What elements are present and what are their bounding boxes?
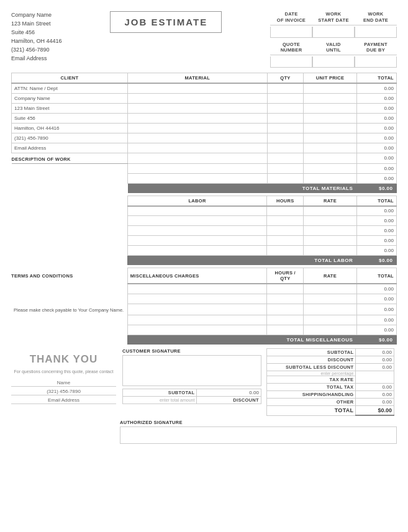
s-shipping-row: SHIPPING/HANDLING 0.00 bbox=[266, 391, 394, 399]
s-subtotal-less-value: 0.00 bbox=[356, 364, 394, 371]
desc-area-2[interactable] bbox=[12, 173, 128, 183]
client-email: Email Address bbox=[12, 143, 128, 153]
thankyou-heading: THANK YOU bbox=[11, 353, 116, 366]
labor-rate-4[interactable] bbox=[304, 236, 357, 246]
labor-desc-3[interactable] bbox=[127, 226, 267, 236]
labor-rate-2[interactable] bbox=[304, 216, 357, 226]
qty-row-9[interactable] bbox=[267, 163, 304, 173]
labor-row-3: 0.00 bbox=[11, 226, 397, 236]
col-hours: HOURS bbox=[267, 196, 304, 206]
labor-hours-3[interactable] bbox=[267, 226, 304, 236]
qty-row-10[interactable] bbox=[267, 173, 304, 183]
qty-row-1[interactable] bbox=[267, 83, 304, 93]
labor-desc-5[interactable] bbox=[127, 246, 267, 256]
labor-hours-5[interactable] bbox=[267, 246, 304, 256]
total-row-10: 0.00 bbox=[356, 173, 396, 183]
misc-hq-1[interactable] bbox=[267, 284, 304, 294]
labor-table: LABOR HOURS RATE TOTAL 0.00 0.00 bbox=[11, 196, 397, 266]
summary-table: SUBTOTAL 0.00 enter total amount DISCOUN… bbox=[122, 389, 261, 404]
auth-sig-label: AUTHORIZED SIGNATURE bbox=[120, 420, 397, 425]
qty-row-5[interactable] bbox=[267, 123, 304, 133]
qty-row-4[interactable] bbox=[267, 113, 304, 123]
quote-number-input[interactable] bbox=[270, 56, 312, 68]
material-row-6[interactable] bbox=[128, 133, 267, 143]
unit-price-row-9[interactable] bbox=[304, 163, 357, 173]
misc-desc-2[interactable] bbox=[127, 294, 267, 304]
column-header-row: CLIENT MATERIAL QTY UNIT PRICE TOTAL bbox=[12, 73, 397, 84]
labor-desc-1[interactable] bbox=[127, 206, 267, 216]
qty-row-2[interactable] bbox=[267, 93, 304, 103]
misc-row-2: 0.00 bbox=[11, 294, 397, 304]
unit-price-row-10[interactable] bbox=[304, 173, 357, 183]
total-materials-left bbox=[12, 183, 128, 193]
qty-row-7[interactable] bbox=[267, 143, 304, 153]
col-total: TOTAL bbox=[356, 73, 396, 84]
unit-price-row-6[interactable] bbox=[304, 133, 357, 143]
labor-left-4 bbox=[11, 236, 127, 246]
client-attn-row: ATTN: Name / Dept 0.00 bbox=[12, 83, 397, 93]
desc-area-1[interactable] bbox=[12, 163, 128, 173]
material-row-7[interactable] bbox=[128, 143, 267, 153]
sig-summary-section: CUSTOMER SIGNATURE SUBTOTAL 0.00 bbox=[120, 347, 397, 444]
material-row-10[interactable] bbox=[128, 173, 267, 183]
misc-rate-4[interactable] bbox=[304, 315, 357, 325]
payment-due-by-input[interactable] bbox=[355, 56, 397, 68]
work-start-date-input[interactable] bbox=[312, 27, 355, 38]
unit-price-row-4[interactable] bbox=[304, 113, 357, 123]
misc-hq-3[interactable] bbox=[267, 304, 304, 315]
unit-price-row-5[interactable] bbox=[304, 123, 357, 133]
terms-left-1 bbox=[11, 284, 127, 294]
misc-rate-2[interactable] bbox=[304, 294, 357, 304]
labor-desc-2[interactable] bbox=[127, 216, 267, 226]
material-row-1[interactable] bbox=[128, 83, 267, 93]
total-misc-label: TOTAL MISCELLANEOUS bbox=[127, 335, 356, 345]
col-total-labor: TOTAL bbox=[356, 196, 396, 206]
material-row-4[interactable] bbox=[128, 113, 267, 123]
header: Company Name 123 Main Street Suite 456 H… bbox=[11, 11, 397, 68]
discount-placeholder: enter total amount bbox=[123, 397, 197, 404]
labor-hours-4[interactable] bbox=[267, 236, 304, 246]
misc-desc-3[interactable] bbox=[127, 304, 267, 315]
material-row-3[interactable] bbox=[128, 103, 267, 113]
material-row-9[interactable] bbox=[128, 163, 267, 173]
material-row-2[interactable] bbox=[128, 93, 267, 103]
material-row-5[interactable] bbox=[128, 123, 267, 133]
total-row-4: 0.00 bbox=[356, 113, 396, 123]
company-phone: (321) 456-7890 bbox=[11, 46, 62, 55]
unit-price-row-8[interactable] bbox=[304, 153, 357, 163]
unit-price-row-2[interactable] bbox=[304, 93, 357, 103]
valid-until-input[interactable] bbox=[312, 56, 355, 68]
misc-hq-4[interactable] bbox=[267, 315, 304, 325]
material-row-8[interactable] bbox=[128, 153, 267, 163]
misc-desc-1[interactable] bbox=[127, 284, 267, 294]
labor-hours-2[interactable] bbox=[267, 216, 304, 226]
date-of-invoice-input[interactable] bbox=[270, 27, 312, 38]
misc-hq-5[interactable] bbox=[267, 325, 304, 335]
misc-rate-1[interactable] bbox=[304, 284, 357, 294]
unit-price-row-7[interactable] bbox=[304, 143, 357, 153]
unit-price-row-1[interactable] bbox=[304, 83, 357, 93]
qty-row-8[interactable] bbox=[267, 153, 304, 163]
terms-left-3: Please make check payable to Your Compan… bbox=[11, 304, 127, 315]
misc-desc-5[interactable] bbox=[127, 325, 267, 335]
misc-hq-2[interactable] bbox=[267, 294, 304, 304]
company-info: Company Name 123 Main Street Suite 456 H… bbox=[11, 11, 62, 63]
s-other-value: 0.00 bbox=[356, 399, 394, 406]
date-labels-row: DATEOF INVOICE WORKSTART DATE WORKEND DA… bbox=[270, 11, 397, 25]
auth-sig-area[interactable] bbox=[120, 426, 397, 444]
description-label: DESCRIPTION OF WORK bbox=[12, 153, 128, 163]
misc-rate-3[interactable] bbox=[304, 304, 357, 315]
date-inputs-row bbox=[270, 27, 397, 38]
work-end-date-input[interactable] bbox=[355, 27, 397, 38]
labor-rate-3[interactable] bbox=[304, 226, 357, 236]
labor-hours-1[interactable] bbox=[267, 206, 304, 216]
labor-rate-5[interactable] bbox=[304, 246, 357, 256]
customer-sig-area[interactable] bbox=[122, 355, 261, 386]
labor-rate-1[interactable] bbox=[304, 206, 357, 216]
qty-row-3[interactable] bbox=[267, 103, 304, 113]
labor-desc-4[interactable] bbox=[127, 236, 267, 246]
qty-row-6[interactable] bbox=[267, 133, 304, 143]
unit-price-row-3[interactable] bbox=[304, 103, 357, 113]
misc-desc-4[interactable] bbox=[127, 315, 267, 325]
misc-rate-5[interactable] bbox=[304, 325, 357, 335]
